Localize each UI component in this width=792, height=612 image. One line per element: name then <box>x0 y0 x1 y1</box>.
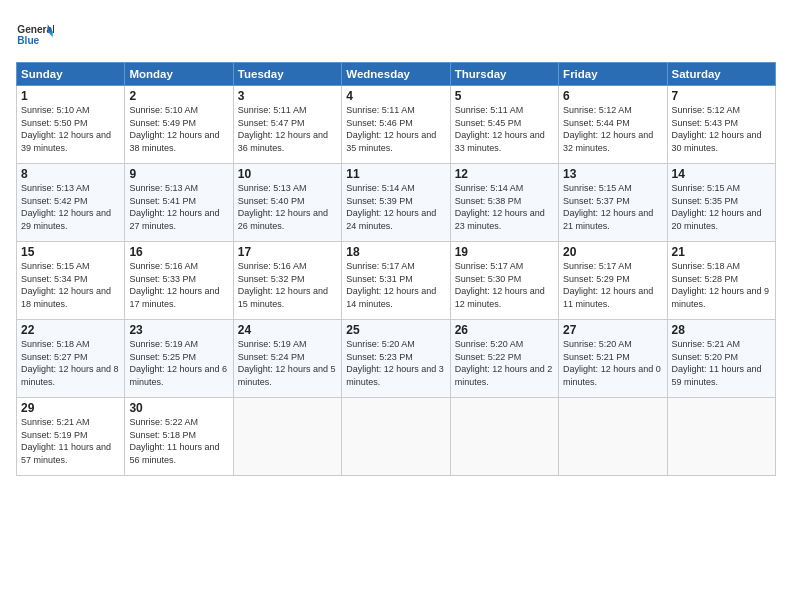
day-number: 13 <box>563 167 662 181</box>
calendar-cell: 30Sunrise: 5:22 AMSunset: 5:18 PMDayligh… <box>125 398 233 476</box>
calendar-cell: 13Sunrise: 5:15 AMSunset: 5:37 PMDayligh… <box>559 164 667 242</box>
day-info: Sunrise: 5:15 AMSunset: 5:34 PMDaylight:… <box>21 260 120 310</box>
calendar-week-row: 29Sunrise: 5:21 AMSunset: 5:19 PMDayligh… <box>17 398 776 476</box>
day-number: 27 <box>563 323 662 337</box>
day-info: Sunrise: 5:21 AMSunset: 5:20 PMDaylight:… <box>672 338 771 388</box>
day-info: Sunrise: 5:15 AMSunset: 5:35 PMDaylight:… <box>672 182 771 232</box>
calendar-cell: 3Sunrise: 5:11 AMSunset: 5:47 PMDaylight… <box>233 86 341 164</box>
day-info: Sunrise: 5:20 AMSunset: 5:21 PMDaylight:… <box>563 338 662 388</box>
calendar-cell: 7Sunrise: 5:12 AMSunset: 5:43 PMDaylight… <box>667 86 775 164</box>
day-number: 24 <box>238 323 337 337</box>
calendar-cell: 10Sunrise: 5:13 AMSunset: 5:40 PMDayligh… <box>233 164 341 242</box>
day-info: Sunrise: 5:11 AMSunset: 5:45 PMDaylight:… <box>455 104 554 154</box>
day-info: Sunrise: 5:17 AMSunset: 5:30 PMDaylight:… <box>455 260 554 310</box>
calendar-cell: 15Sunrise: 5:15 AMSunset: 5:34 PMDayligh… <box>17 242 125 320</box>
day-info: Sunrise: 5:11 AMSunset: 5:47 PMDaylight:… <box>238 104 337 154</box>
day-number: 1 <box>21 89 120 103</box>
day-info: Sunrise: 5:11 AMSunset: 5:46 PMDaylight:… <box>346 104 445 154</box>
calendar-cell: 2Sunrise: 5:10 AMSunset: 5:49 PMDaylight… <box>125 86 233 164</box>
day-number: 5 <box>455 89 554 103</box>
day-number: 21 <box>672 245 771 259</box>
weekday-header: Friday <box>559 63 667 86</box>
calendar-cell: 12Sunrise: 5:14 AMSunset: 5:38 PMDayligh… <box>450 164 558 242</box>
calendar-cell: 28Sunrise: 5:21 AMSunset: 5:20 PMDayligh… <box>667 320 775 398</box>
svg-text:Blue: Blue <box>17 36 39 47</box>
logo: General Blue <box>16 16 54 54</box>
day-info: Sunrise: 5:16 AMSunset: 5:33 PMDaylight:… <box>129 260 228 310</box>
day-info: Sunrise: 5:15 AMSunset: 5:37 PMDaylight:… <box>563 182 662 232</box>
day-info: Sunrise: 5:17 AMSunset: 5:31 PMDaylight:… <box>346 260 445 310</box>
day-info: Sunrise: 5:16 AMSunset: 5:32 PMDaylight:… <box>238 260 337 310</box>
calendar-cell <box>559 398 667 476</box>
day-info: Sunrise: 5:18 AMSunset: 5:28 PMDaylight:… <box>672 260 771 310</box>
day-number: 20 <box>563 245 662 259</box>
day-info: Sunrise: 5:20 AMSunset: 5:22 PMDaylight:… <box>455 338 554 388</box>
calendar-cell: 24Sunrise: 5:19 AMSunset: 5:24 PMDayligh… <box>233 320 341 398</box>
calendar-cell: 5Sunrise: 5:11 AMSunset: 5:45 PMDaylight… <box>450 86 558 164</box>
day-info: Sunrise: 5:18 AMSunset: 5:27 PMDaylight:… <box>21 338 120 388</box>
day-info: Sunrise: 5:13 AMSunset: 5:42 PMDaylight:… <box>21 182 120 232</box>
calendar-cell: 29Sunrise: 5:21 AMSunset: 5:19 PMDayligh… <box>17 398 125 476</box>
day-info: Sunrise: 5:10 AMSunset: 5:50 PMDaylight:… <box>21 104 120 154</box>
page-header: General Blue <box>16 16 776 54</box>
day-number: 16 <box>129 245 228 259</box>
day-number: 19 <box>455 245 554 259</box>
weekday-header: Saturday <box>667 63 775 86</box>
calendar-week-row: 1Sunrise: 5:10 AMSunset: 5:50 PMDaylight… <box>17 86 776 164</box>
calendar-cell: 21Sunrise: 5:18 AMSunset: 5:28 PMDayligh… <box>667 242 775 320</box>
day-info: Sunrise: 5:14 AMSunset: 5:38 PMDaylight:… <box>455 182 554 232</box>
day-info: Sunrise: 5:21 AMSunset: 5:19 PMDaylight:… <box>21 416 120 466</box>
calendar-cell: 23Sunrise: 5:19 AMSunset: 5:25 PMDayligh… <box>125 320 233 398</box>
day-number: 15 <box>21 245 120 259</box>
day-info: Sunrise: 5:10 AMSunset: 5:49 PMDaylight:… <box>129 104 228 154</box>
day-number: 9 <box>129 167 228 181</box>
calendar-cell <box>233 398 341 476</box>
day-number: 25 <box>346 323 445 337</box>
calendar-header-row: SundayMondayTuesdayWednesdayThursdayFrid… <box>17 63 776 86</box>
day-info: Sunrise: 5:20 AMSunset: 5:23 PMDaylight:… <box>346 338 445 388</box>
calendar-cell: 9Sunrise: 5:13 AMSunset: 5:41 PMDaylight… <box>125 164 233 242</box>
calendar-cell: 18Sunrise: 5:17 AMSunset: 5:31 PMDayligh… <box>342 242 450 320</box>
day-info: Sunrise: 5:13 AMSunset: 5:41 PMDaylight:… <box>129 182 228 232</box>
calendar-cell: 4Sunrise: 5:11 AMSunset: 5:46 PMDaylight… <box>342 86 450 164</box>
calendar-cell: 6Sunrise: 5:12 AMSunset: 5:44 PMDaylight… <box>559 86 667 164</box>
calendar-cell <box>667 398 775 476</box>
calendar-week-row: 15Sunrise: 5:15 AMSunset: 5:34 PMDayligh… <box>17 242 776 320</box>
day-info: Sunrise: 5:19 AMSunset: 5:25 PMDaylight:… <box>129 338 228 388</box>
calendar-body: 1Sunrise: 5:10 AMSunset: 5:50 PMDaylight… <box>17 86 776 476</box>
day-number: 14 <box>672 167 771 181</box>
weekday-header: Tuesday <box>233 63 341 86</box>
day-number: 22 <box>21 323 120 337</box>
day-number: 10 <box>238 167 337 181</box>
logo-icon: General Blue <box>16 16 54 54</box>
calendar-cell: 8Sunrise: 5:13 AMSunset: 5:42 PMDaylight… <box>17 164 125 242</box>
day-info: Sunrise: 5:19 AMSunset: 5:24 PMDaylight:… <box>238 338 337 388</box>
weekday-header: Monday <box>125 63 233 86</box>
weekday-header: Wednesday <box>342 63 450 86</box>
calendar-cell: 17Sunrise: 5:16 AMSunset: 5:32 PMDayligh… <box>233 242 341 320</box>
calendar-week-row: 22Sunrise: 5:18 AMSunset: 5:27 PMDayligh… <box>17 320 776 398</box>
calendar-cell: 25Sunrise: 5:20 AMSunset: 5:23 PMDayligh… <box>342 320 450 398</box>
day-info: Sunrise: 5:12 AMSunset: 5:44 PMDaylight:… <box>563 104 662 154</box>
calendar-cell: 22Sunrise: 5:18 AMSunset: 5:27 PMDayligh… <box>17 320 125 398</box>
day-number: 11 <box>346 167 445 181</box>
calendar-table: SundayMondayTuesdayWednesdayThursdayFrid… <box>16 62 776 476</box>
day-info: Sunrise: 5:14 AMSunset: 5:39 PMDaylight:… <box>346 182 445 232</box>
day-number: 29 <box>21 401 120 415</box>
day-number: 4 <box>346 89 445 103</box>
day-number: 28 <box>672 323 771 337</box>
calendar-cell: 14Sunrise: 5:15 AMSunset: 5:35 PMDayligh… <box>667 164 775 242</box>
calendar-cell <box>342 398 450 476</box>
calendar-cell: 20Sunrise: 5:17 AMSunset: 5:29 PMDayligh… <box>559 242 667 320</box>
day-number: 12 <box>455 167 554 181</box>
day-number: 23 <box>129 323 228 337</box>
calendar-page: General Blue SundayMondayTuesdayWednesda… <box>0 0 792 612</box>
day-number: 17 <box>238 245 337 259</box>
day-info: Sunrise: 5:22 AMSunset: 5:18 PMDaylight:… <box>129 416 228 466</box>
day-number: 7 <box>672 89 771 103</box>
day-info: Sunrise: 5:17 AMSunset: 5:29 PMDaylight:… <box>563 260 662 310</box>
calendar-cell: 1Sunrise: 5:10 AMSunset: 5:50 PMDaylight… <box>17 86 125 164</box>
calendar-week-row: 8Sunrise: 5:13 AMSunset: 5:42 PMDaylight… <box>17 164 776 242</box>
calendar-cell: 26Sunrise: 5:20 AMSunset: 5:22 PMDayligh… <box>450 320 558 398</box>
day-number: 18 <box>346 245 445 259</box>
